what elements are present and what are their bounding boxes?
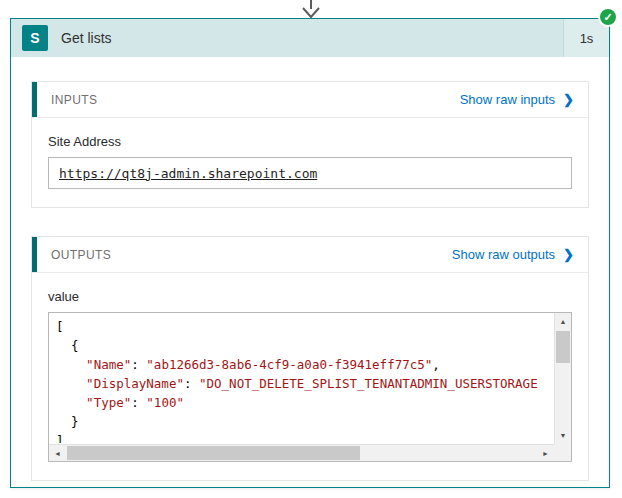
inputs-section-title: INPUTS	[51, 93, 97, 107]
site-address-label: Site Address	[48, 134, 572, 149]
sharepoint-connector-icon: S	[22, 25, 48, 51]
inputs-section: INPUTS Show raw inputs ❯ Site Address	[31, 81, 589, 208]
show-raw-inputs-link[interactable]: Show raw inputs ❯	[460, 92, 574, 107]
card-body: INPUTS Show raw inputs ❯ Site Address OU…	[11, 57, 609, 481]
scroll-up-arrow-icon[interactable]: ▲	[555, 313, 571, 330]
action-card-get-lists: S Get lists 1s INPUTS Show raw inputs ❯ …	[10, 18, 610, 488]
show-raw-outputs-label: Show raw outputs	[452, 247, 555, 262]
inputs-section-body: Site Address	[32, 118, 588, 207]
json-code: [ { "Name": "ab1266d3-8ab6-4cf9-a0a0-f39…	[50, 315, 553, 443]
value-label: value	[48, 289, 572, 304]
card-header[interactable]: S Get lists 1s	[11, 19, 609, 57]
scroll-left-arrow-icon[interactable]: ◄	[49, 445, 66, 461]
vertical-scrollbar[interactable]: ▲ ▼	[554, 313, 571, 444]
scroll-down-arrow-icon[interactable]: ▼	[555, 427, 571, 444]
output-json-viewer[interactable]: [ { "Name": "ab1266d3-8ab6-4cf9-a0a0-f39…	[48, 312, 572, 462]
success-check-icon: ✓	[598, 7, 618, 27]
horizontal-scrollbar-thumb[interactable]	[67, 446, 360, 460]
scroll-right-arrow-icon[interactable]: ►	[537, 445, 554, 461]
outputs-section-header: OUTPUTS Show raw outputs ❯	[32, 237, 588, 273]
horizontal-scrollbar[interactable]: ◄ ►	[49, 444, 554, 461]
site-address-input[interactable]	[48, 157, 572, 189]
chevron-right-icon: ❯	[563, 248, 574, 261]
scrollbar-corner	[554, 444, 571, 461]
connector-arrow-down-icon	[299, 0, 323, 18]
chevron-right-icon: ❯	[563, 93, 574, 106]
inputs-section-header: INPUTS Show raw inputs ❯	[32, 82, 588, 118]
outputs-section-title: OUTPUTS	[51, 248, 111, 262]
show-raw-inputs-label: Show raw inputs	[460, 92, 555, 107]
outputs-section-body: value [ { "Name": "ab1266d3-8ab6-4cf9-a0…	[32, 273, 588, 480]
outputs-section: OUTPUTS Show raw outputs ❯ value [ { "Na…	[31, 236, 589, 481]
card-title: Get lists	[61, 30, 112, 46]
show-raw-outputs-link[interactable]: Show raw outputs ❯	[452, 247, 574, 262]
vertical-scrollbar-thumb[interactable]	[556, 331, 570, 363]
